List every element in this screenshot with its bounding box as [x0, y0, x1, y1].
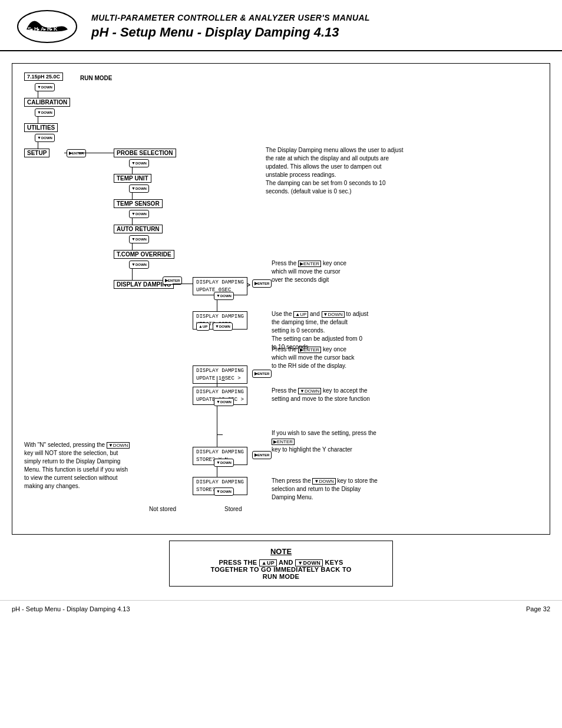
desc-press-down-accept: Press the ▼DOWN key to accept the settin…: [272, 387, 395, 403]
logo: S H A R K: [12, 6, 82, 47]
cursor-right-1: >: [247, 282, 250, 288]
calibration-box: CALIBRATION: [24, 98, 70, 107]
page-footer: pH - Setup Menu - Display Damping 4.13 P…: [0, 600, 562, 617]
setup-box: SETUP: [24, 149, 49, 157]
stored-label: Stored: [224, 506, 242, 512]
hline-damping: [173, 284, 193, 284]
desc-press-down-store: Then press the ▼DOWN key to store the se…: [272, 477, 395, 502]
down-btn-display4: ▼DOWN: [214, 397, 234, 406]
svg-point-8: [44, 29, 46, 31]
footer-left: pH - Setup Menu - Display Damping 4.13: [12, 605, 130, 612]
tcomp-override-box: T.COMP OVERRIDE: [114, 250, 174, 259]
note-text: PRESS THE ▲UP AND ▼DOWN KEYS TOGETHER TO…: [181, 559, 381, 580]
vline-store1: [217, 466, 217, 478]
svg-point-7: [38, 29, 39, 31]
page-header: S H A R K MULTI-PARAMETER CONTROLLER & A…: [0, 0, 562, 51]
down-btn-display1: ▼DOWN: [214, 291, 234, 300]
hline-to-store: [217, 434, 223, 435]
run-mode-label: RUN MODE: [80, 74, 112, 81]
down-btn-store1: ▼DOWN: [214, 458, 234, 467]
vline-display1: [217, 299, 217, 312]
down-btn-store2: ▼DOWN: [214, 487, 234, 496]
up-btn-1: ▲UP: [196, 322, 210, 331]
header-title2: pH - Setup Menu - Display Damping 4.13: [91, 25, 550, 40]
enter-btn-1: ▶ENTER: [252, 279, 272, 288]
temp-unit-box: TEMP UNIT: [114, 174, 151, 183]
down-btn-tcomp: ▼DOWN: [129, 260, 149, 269]
footer-right: Page 32: [526, 605, 550, 612]
down-btn-autoreturn: ▼DOWN: [129, 235, 149, 243]
enter-btn-3: ▶ENTER: [252, 369, 272, 378]
down-btn-probe: ▼DOWN: [129, 159, 149, 167]
vline-display3: [217, 376, 217, 388]
probe-selection-box: PROBE SELECTION: [114, 149, 176, 157]
display-center-3: DISPLAY DAMPING UPDATE 10SEC >: [193, 365, 247, 384]
temp-sensor-box: TEMP SENSOR: [114, 199, 163, 208]
svg-text:K: K: [54, 26, 58, 32]
svg-point-9: [51, 29, 52, 31]
note-title: NOTE: [181, 547, 381, 556]
enter-btn-store1: ▶ENTER: [252, 450, 272, 459]
flow-container: RUN MODE 7.15pH 25.0C ▼DOWN CALIBRATION …: [18, 70, 544, 518]
reading-box: 7.15pH 25.0C: [24, 73, 63, 81]
svg-text:H: H: [34, 26, 38, 32]
vline-tcomp: [132, 268, 133, 281]
down-btn-2: ▼DOWN: [35, 108, 55, 117]
desc-press-enter-once: Press the ▶ENTER key once which will mov…: [272, 259, 389, 284]
header-text-area: MULTI-PARAMETER CONTROLLER & ANALYZER US…: [82, 13, 550, 40]
note-box: NOTE PRESS THE ▲UP AND ▼DOWN KEYS TOGETH…: [169, 541, 393, 587]
not-stored-label: Not stored: [149, 506, 176, 512]
svg-text:S: S: [28, 26, 31, 32]
vline-to-store: [217, 406, 217, 435]
down-btn-1: ▼DOWN: [35, 83, 55, 91]
desc-not-store-note: With "N" selected, pressing the ▼DOWN ke…: [24, 441, 142, 490]
desc-save-note: If you wish to save the setting, press t…: [272, 429, 389, 454]
desc-intro: The Display Damping menu allows the user…: [266, 146, 431, 196]
down-btn-display2: ▼DOWN: [213, 322, 233, 331]
main-content: RUN MODE 7.15pH 25.0C ▼DOWN CALIBRATION …: [0, 51, 562, 597]
hline-to-probe: [78, 153, 114, 153]
svg-point-6: [31, 29, 33, 31]
down-btn-3: ▼DOWN: [35, 133, 55, 142]
auto-return-box: AUTO RETURN: [114, 225, 163, 233]
utilities-box: UTILITIES: [24, 123, 58, 132]
diagram-box: RUN MODE 7.15pH 25.0C ▼DOWN CALIBRATION …: [12, 63, 550, 535]
desc-press-enter-back: Press the ▶ENTER key once which will mov…: [272, 345, 389, 370]
down-btn-tempunit: ▼DOWN: [129, 184, 149, 193]
down-btn-tempsensor: ▼DOWN: [129, 209, 149, 218]
header-title1: MULTI-PARAMETER CONTROLLER & ANALYZER US…: [91, 13, 550, 22]
